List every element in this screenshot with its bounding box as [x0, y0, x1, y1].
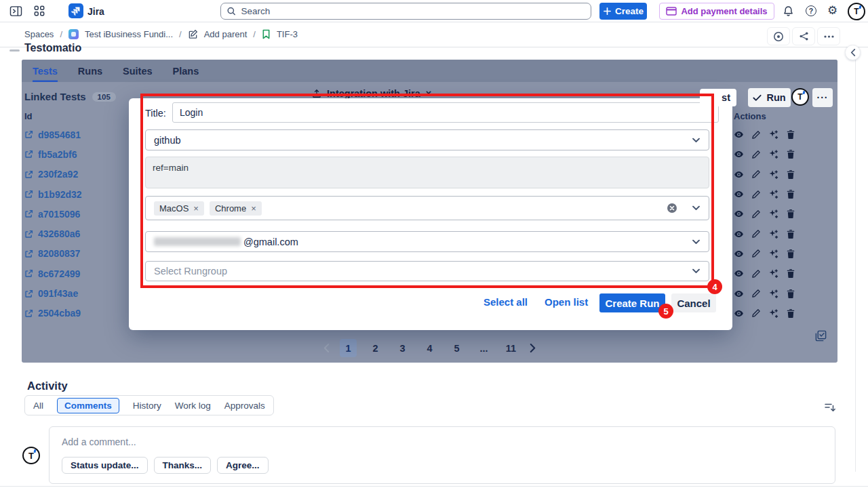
view-test-button[interactable]: [734, 129, 744, 140]
page-button-3[interactable]: 3: [394, 339, 411, 357]
run-button[interactable]: Run: [748, 88, 791, 107]
panel-tab-tests[interactable]: Tests: [33, 60, 58, 82]
panel-tab-suites[interactable]: Suites: [123, 60, 153, 82]
delete-test-button[interactable]: [786, 129, 795, 140]
app-switcher-button[interactable]: [34, 5, 45, 16]
environment-multiselect[interactable]: MacOS×Chrome×: [145, 196, 709, 220]
ai-test-button[interactable]: [768, 189, 778, 199]
test-button-partially-hidden[interactable]: st: [700, 89, 736, 106]
delete-test-button[interactable]: [786, 209, 795, 219]
remove-tag-icon[interactable]: ×: [251, 203, 256, 214]
prev-page-button[interactable]: [323, 344, 330, 352]
view-test-button[interactable]: [734, 249, 744, 259]
next-page-button[interactable]: [530, 344, 536, 352]
collapse-panel-button[interactable]: [845, 45, 861, 60]
ref-textarea[interactable]: ref=main: [145, 157, 709, 188]
ai-test-button[interactable]: [768, 308, 778, 319]
page-button-5[interactable]: 5: [448, 339, 465, 357]
assignee-select[interactable]: @gmail.com: [145, 231, 709, 252]
test-id-link[interactable]: 2504cba9: [24, 304, 82, 323]
remove-tag-icon[interactable]: ×: [193, 203, 199, 214]
breadcrumb-spaces[interactable]: Spaces: [24, 29, 54, 39]
rungroup-select[interactable]: Select Rungroup: [145, 261, 709, 281]
breadcrumb-space-name[interactable]: Test iBusiness Fundi...: [85, 29, 173, 39]
breadcrumb-add-parent[interactable]: Add parent: [204, 29, 248, 39]
notifications-button[interactable]: [783, 5, 794, 17]
env-tag-chrome[interactable]: Chrome×: [210, 201, 262, 216]
ai-test-button[interactable]: [768, 209, 778, 219]
delete-test-button[interactable]: [786, 289, 795, 299]
page-button-4[interactable]: 4: [421, 339, 438, 357]
repository-select[interactable]: github: [145, 129, 709, 150]
delete-test-button[interactable]: [786, 308, 795, 319]
delete-test-button[interactable]: [786, 229, 795, 239]
activity-tab-comments[interactable]: Comments: [57, 398, 119, 413]
view-test-button[interactable]: [734, 268, 744, 279]
ai-test-button[interactable]: [768, 268, 778, 279]
ai-test-button[interactable]: [768, 129, 778, 140]
page-button-2[interactable]: 2: [367, 339, 384, 357]
edit-test-button[interactable]: [751, 169, 761, 179]
activity-tab-approvals[interactable]: Approvals: [224, 401, 265, 411]
edit-test-button[interactable]: [751, 269, 761, 279]
test-id-link[interactable]: 230f2a92: [24, 165, 82, 184]
page-button-1[interactable]: 1: [340, 339, 357, 357]
view-test-button[interactable]: [734, 209, 744, 219]
delete-test-button[interactable]: [786, 169, 795, 180]
edit-test-button[interactable]: [751, 150, 761, 159]
remove-tag-icon[interactable]: ×: [426, 88, 431, 99]
edit-test-button[interactable]: [751, 308, 761, 318]
test-id-link[interactable]: b1b92d32: [24, 184, 82, 204]
delete-test-button[interactable]: [786, 189, 795, 199]
panel-tab-plans[interactable]: Plans: [173, 60, 199, 82]
help-button[interactable]: ?: [806, 5, 816, 16]
add-payment-details-button[interactable]: Add payment details: [659, 3, 774, 20]
global-search[interactable]: [220, 3, 591, 20]
panel-tab-runs[interactable]: Runs: [78, 60, 102, 82]
edit-test-button[interactable]: [751, 209, 761, 219]
delete-test-button[interactable]: [786, 249, 795, 259]
view-test-button[interactable]: [734, 169, 744, 180]
create-run-button[interactable]: Create Run: [599, 293, 665, 312]
quick-reply-agree-[interactable]: Agree...: [217, 457, 269, 474]
jira-logo[interactable]: [68, 3, 83, 18]
delete-test-button[interactable]: [786, 149, 795, 159]
settings-button[interactable]: ⚙: [827, 5, 837, 16]
clear-icon[interactable]: [667, 203, 677, 214]
panel-more-button[interactable]: ···: [812, 88, 833, 107]
open-list-link[interactable]: Open list: [545, 296, 588, 308]
test-id-link[interactable]: 8c672499: [24, 264, 82, 283]
test-id-link[interactable]: 432680a6: [24, 224, 82, 243]
quick-reply-status-update-[interactable]: Status update...: [62, 457, 148, 474]
page-button-11[interactable]: 11: [502, 339, 519, 357]
sort-comments-button[interactable]: [824, 402, 836, 415]
view-test-button[interactable]: [734, 289, 744, 299]
edit-test-button[interactable]: [751, 289, 761, 298]
activity-tab-all[interactable]: All: [33, 401, 43, 411]
comment-box[interactable]: Add a comment... Status update...Thanks.…: [49, 426, 835, 484]
cancel-button[interactable]: Cancel: [671, 293, 716, 312]
test-id-link[interactable]: a7015096: [24, 204, 82, 224]
view-test-button[interactable]: [734, 189, 744, 199]
share-button[interactable]: [792, 27, 815, 45]
run-title-input[interactable]: [172, 102, 719, 123]
more-actions-button[interactable]: [817, 27, 840, 45]
delete-test-button[interactable]: [786, 268, 795, 279]
watch-button[interactable]: [767, 27, 790, 45]
view-test-button[interactable]: [734, 229, 744, 239]
select-all-link[interactable]: Select all: [484, 296, 528, 308]
edit-test-button[interactable]: [751, 190, 761, 199]
ai-test-button[interactable]: [768, 169, 778, 180]
activity-tab-work-log[interactable]: Work log: [175, 401, 211, 411]
env-tag-macos[interactable]: MacOS×: [154, 201, 204, 216]
ai-test-button[interactable]: [768, 229, 778, 239]
edit-test-button[interactable]: [751, 249, 761, 258]
test-id-link[interactable]: d9854681: [24, 125, 82, 144]
activity-tab-history[interactable]: History: [133, 401, 161, 411]
sidebar-toggle-button[interactable]: [9, 5, 22, 17]
edit-test-button[interactable]: [751, 229, 761, 239]
view-test-button[interactable]: [734, 149, 744, 159]
test-id-link[interactable]: 091f43ae: [24, 283, 82, 303]
create-button[interactable]: Create: [599, 3, 647, 20]
edit-test-button[interactable]: [751, 130, 761, 140]
